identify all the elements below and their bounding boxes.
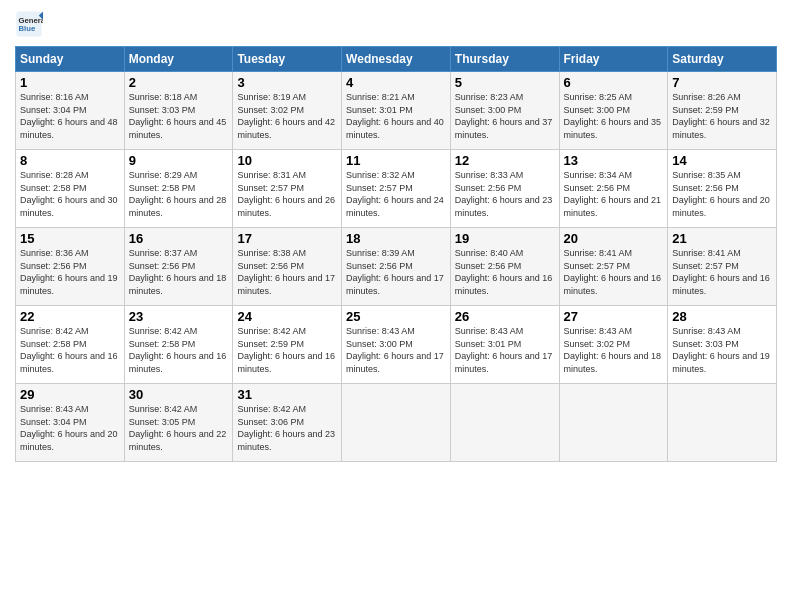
column-header-tuesday: Tuesday — [233, 47, 342, 72]
day-number: 30 — [129, 387, 229, 402]
calendar-cell: 30Sunrise: 8:42 AMSunset: 3:05 PMDayligh… — [124, 384, 233, 462]
day-number: 14 — [672, 153, 772, 168]
day-number: 23 — [129, 309, 229, 324]
calendar-cell: 4Sunrise: 8:21 AMSunset: 3:01 PMDaylight… — [342, 72, 451, 150]
cell-info: Sunrise: 8:28 AMSunset: 2:58 PMDaylight:… — [20, 169, 120, 219]
cell-info: Sunrise: 8:32 AMSunset: 2:57 PMDaylight:… — [346, 169, 446, 219]
column-header-wednesday: Wednesday — [342, 47, 451, 72]
calendar-cell: 11Sunrise: 8:32 AMSunset: 2:57 PMDayligh… — [342, 150, 451, 228]
cell-info: Sunrise: 8:39 AMSunset: 2:56 PMDaylight:… — [346, 247, 446, 297]
calendar-cell: 13Sunrise: 8:34 AMSunset: 2:56 PMDayligh… — [559, 150, 668, 228]
cell-info: Sunrise: 8:43 AMSunset: 3:03 PMDaylight:… — [672, 325, 772, 375]
day-number: 19 — [455, 231, 555, 246]
day-number: 18 — [346, 231, 446, 246]
day-number: 2 — [129, 75, 229, 90]
cell-info: Sunrise: 8:43 AMSunset: 3:01 PMDaylight:… — [455, 325, 555, 375]
calendar-cell — [342, 384, 451, 462]
day-number: 28 — [672, 309, 772, 324]
calendar-cell — [668, 384, 777, 462]
cell-info: Sunrise: 8:34 AMSunset: 2:56 PMDaylight:… — [564, 169, 664, 219]
calendar-header: SundayMondayTuesdayWednesdayThursdayFrid… — [16, 47, 777, 72]
calendar-cell: 6Sunrise: 8:25 AMSunset: 3:00 PMDaylight… — [559, 72, 668, 150]
calendar-cell: 9Sunrise: 8:29 AMSunset: 2:58 PMDaylight… — [124, 150, 233, 228]
week-row-2: 8Sunrise: 8:28 AMSunset: 2:58 PMDaylight… — [16, 150, 777, 228]
calendar-cell: 21Sunrise: 8:41 AMSunset: 2:57 PMDayligh… — [668, 228, 777, 306]
calendar-page: General Blue SundayMondayTuesdayWednesda… — [0, 0, 792, 612]
day-number: 8 — [20, 153, 120, 168]
column-header-friday: Friday — [559, 47, 668, 72]
day-number: 11 — [346, 153, 446, 168]
calendar-cell: 12Sunrise: 8:33 AMSunset: 2:56 PMDayligh… — [450, 150, 559, 228]
cell-info: Sunrise: 8:43 AMSunset: 3:02 PMDaylight:… — [564, 325, 664, 375]
calendar-cell: 18Sunrise: 8:39 AMSunset: 2:56 PMDayligh… — [342, 228, 451, 306]
cell-info: Sunrise: 8:41 AMSunset: 2:57 PMDaylight:… — [564, 247, 664, 297]
day-number: 21 — [672, 231, 772, 246]
calendar-cell: 10Sunrise: 8:31 AMSunset: 2:57 PMDayligh… — [233, 150, 342, 228]
cell-info: Sunrise: 8:23 AMSunset: 3:00 PMDaylight:… — [455, 91, 555, 141]
column-header-thursday: Thursday — [450, 47, 559, 72]
cell-info: Sunrise: 8:43 AMSunset: 3:04 PMDaylight:… — [20, 403, 120, 453]
cell-info: Sunrise: 8:35 AMSunset: 2:56 PMDaylight:… — [672, 169, 772, 219]
cell-info: Sunrise: 8:41 AMSunset: 2:57 PMDaylight:… — [672, 247, 772, 297]
day-number: 3 — [237, 75, 337, 90]
calendar-cell: 31Sunrise: 8:42 AMSunset: 3:06 PMDayligh… — [233, 384, 342, 462]
column-header-sunday: Sunday — [16, 47, 125, 72]
calendar-cell: 16Sunrise: 8:37 AMSunset: 2:56 PMDayligh… — [124, 228, 233, 306]
calendar-cell: 22Sunrise: 8:42 AMSunset: 2:58 PMDayligh… — [16, 306, 125, 384]
day-number: 20 — [564, 231, 664, 246]
calendar-cell: 29Sunrise: 8:43 AMSunset: 3:04 PMDayligh… — [16, 384, 125, 462]
calendar-cell: 17Sunrise: 8:38 AMSunset: 2:56 PMDayligh… — [233, 228, 342, 306]
week-row-3: 15Sunrise: 8:36 AMSunset: 2:56 PMDayligh… — [16, 228, 777, 306]
day-number: 15 — [20, 231, 120, 246]
calendar-cell: 14Sunrise: 8:35 AMSunset: 2:56 PMDayligh… — [668, 150, 777, 228]
calendar-cell: 19Sunrise: 8:40 AMSunset: 2:56 PMDayligh… — [450, 228, 559, 306]
day-number: 10 — [237, 153, 337, 168]
calendar-cell: 15Sunrise: 8:36 AMSunset: 2:56 PMDayligh… — [16, 228, 125, 306]
cell-info: Sunrise: 8:36 AMSunset: 2:56 PMDaylight:… — [20, 247, 120, 297]
calendar-cell: 27Sunrise: 8:43 AMSunset: 3:02 PMDayligh… — [559, 306, 668, 384]
svg-text:General: General — [19, 16, 44, 25]
day-number: 16 — [129, 231, 229, 246]
week-row-5: 29Sunrise: 8:43 AMSunset: 3:04 PMDayligh… — [16, 384, 777, 462]
cell-info: Sunrise: 8:31 AMSunset: 2:57 PMDaylight:… — [237, 169, 337, 219]
week-row-1: 1Sunrise: 8:16 AMSunset: 3:04 PMDaylight… — [16, 72, 777, 150]
week-row-4: 22Sunrise: 8:42 AMSunset: 2:58 PMDayligh… — [16, 306, 777, 384]
cell-info: Sunrise: 8:21 AMSunset: 3:01 PMDaylight:… — [346, 91, 446, 141]
cell-info: Sunrise: 8:40 AMSunset: 2:56 PMDaylight:… — [455, 247, 555, 297]
cell-info: Sunrise: 8:26 AMSunset: 2:59 PMDaylight:… — [672, 91, 772, 141]
day-number: 29 — [20, 387, 120, 402]
cell-info: Sunrise: 8:33 AMSunset: 2:56 PMDaylight:… — [455, 169, 555, 219]
cell-info: Sunrise: 8:42 AMSunset: 2:59 PMDaylight:… — [237, 325, 337, 375]
day-number: 1 — [20, 75, 120, 90]
column-header-saturday: Saturday — [668, 47, 777, 72]
day-number: 4 — [346, 75, 446, 90]
calendar-cell: 5Sunrise: 8:23 AMSunset: 3:00 PMDaylight… — [450, 72, 559, 150]
logo: General Blue — [15, 10, 43, 38]
calendar-cell — [450, 384, 559, 462]
day-number: 31 — [237, 387, 337, 402]
cell-info: Sunrise: 8:42 AMSunset: 3:05 PMDaylight:… — [129, 403, 229, 453]
calendar-cell: 20Sunrise: 8:41 AMSunset: 2:57 PMDayligh… — [559, 228, 668, 306]
day-number: 24 — [237, 309, 337, 324]
day-number: 13 — [564, 153, 664, 168]
cell-info: Sunrise: 8:42 AMSunset: 2:58 PMDaylight:… — [20, 325, 120, 375]
calendar-table: SundayMondayTuesdayWednesdayThursdayFrid… — [15, 46, 777, 462]
cell-info: Sunrise: 8:29 AMSunset: 2:58 PMDaylight:… — [129, 169, 229, 219]
day-number: 26 — [455, 309, 555, 324]
general-blue-logo-icon: General Blue — [15, 10, 43, 38]
cell-info: Sunrise: 8:18 AMSunset: 3:03 PMDaylight:… — [129, 91, 229, 141]
cell-info: Sunrise: 8:16 AMSunset: 3:04 PMDaylight:… — [20, 91, 120, 141]
calendar-cell — [559, 384, 668, 462]
cell-info: Sunrise: 8:19 AMSunset: 3:02 PMDaylight:… — [237, 91, 337, 141]
day-number: 27 — [564, 309, 664, 324]
day-number: 6 — [564, 75, 664, 90]
calendar-cell: 25Sunrise: 8:43 AMSunset: 3:00 PMDayligh… — [342, 306, 451, 384]
calendar-cell: 23Sunrise: 8:42 AMSunset: 2:58 PMDayligh… — [124, 306, 233, 384]
header-row: SundayMondayTuesdayWednesdayThursdayFrid… — [16, 47, 777, 72]
column-header-monday: Monday — [124, 47, 233, 72]
day-number: 9 — [129, 153, 229, 168]
cell-info: Sunrise: 8:25 AMSunset: 3:00 PMDaylight:… — [564, 91, 664, 141]
cell-info: Sunrise: 8:42 AMSunset: 3:06 PMDaylight:… — [237, 403, 337, 453]
calendar-cell: 28Sunrise: 8:43 AMSunset: 3:03 PMDayligh… — [668, 306, 777, 384]
svg-text:Blue: Blue — [19, 24, 36, 33]
